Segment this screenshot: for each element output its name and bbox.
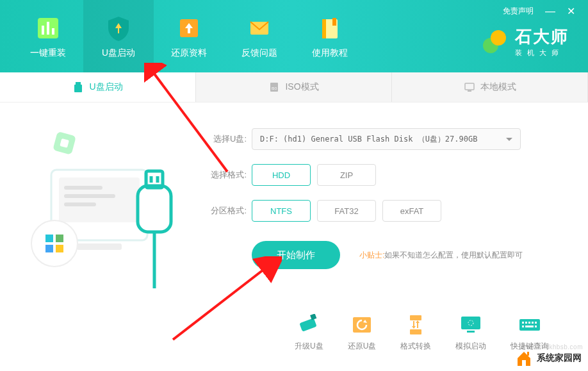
svg-rect-16 <box>468 90 471 92</box>
nav-feedback[interactable]: 反馈问题 <box>224 0 295 72</box>
svg-rect-51 <box>535 326 537 327</box>
svg-rect-12 <box>74 85 82 92</box>
keyboard-icon <box>518 314 542 336</box>
svg-rect-15 <box>465 83 474 90</box>
svg-rect-7 <box>322 19 326 38</box>
brand: 石大师 装机大师 <box>480 26 569 58</box>
tool-label: 模拟启动 <box>455 341 486 352</box>
brand-sub: 装机大师 <box>515 48 569 58</box>
subtab-label: ISO模式 <box>285 81 318 93</box>
usb-drive-icon <box>72 81 84 93</box>
brand-logo-icon <box>480 28 509 56</box>
format-zip[interactable]: ZIP <box>317 164 376 186</box>
svg-rect-38 <box>410 315 421 320</box>
format-hdd[interactable]: HDD <box>252 164 311 186</box>
nav-reinstall[interactable]: 一键重装 <box>13 0 83 72</box>
subtab-label: U盘启动 <box>89 81 122 93</box>
svg-point-10 <box>491 30 506 45</box>
subtab-usb[interactable]: U盘启动 <box>0 72 196 102</box>
watermark-text: 系统家园网 <box>537 352 582 364</box>
nav-label: 反馈问题 <box>241 47 277 59</box>
nav-usb-boot[interactable]: U盘启动 <box>83 0 154 72</box>
tool-label: 格式转换 <box>400 341 431 352</box>
envelope-icon <box>245 14 274 42</box>
usb-upgrade-icon <box>297 314 321 336</box>
shield-usb-icon <box>104 14 133 42</box>
svg-rect-46 <box>528 322 530 324</box>
nav-label: U盘启动 <box>102 47 135 59</box>
nav-label: 一键重装 <box>30 47 66 59</box>
svg-rect-49 <box>522 326 524 327</box>
svg-rect-3 <box>52 28 54 35</box>
svg-rect-48 <box>535 322 537 324</box>
svg-rect-40 <box>461 317 480 329</box>
partition-fat32[interactable]: FAT32 <box>317 200 376 222</box>
tip-body: 如果不知道怎么配置，使用默认配置即可 <box>384 251 523 260</box>
nav-label: 使用教程 <box>312 47 348 59</box>
tip-label: 小贴士: <box>359 251 384 260</box>
svg-rect-45 <box>525 322 527 324</box>
usb-select[interactable]: D:F: (hd1) General USB Flash Disk （U盘）27… <box>252 128 521 150</box>
minimize-button[interactable]: — <box>545 6 555 17</box>
tip-text: 小贴士:如果不知道怎么配置，使用默认配置即可 <box>359 250 523 261</box>
convert-icon <box>404 314 428 336</box>
nav-tutorial[interactable]: 使用教程 <box>295 0 365 72</box>
svg-rect-37 <box>353 317 371 333</box>
disclaimer-link[interactable]: 免责声明 <box>503 6 534 17</box>
svg-rect-44 <box>522 322 524 324</box>
tool-convert[interactable]: 格式转换 <box>400 314 431 352</box>
svg-rect-1 <box>42 26 44 35</box>
svg-rect-47 <box>532 322 534 324</box>
svg-rect-50 <box>525 326 534 327</box>
svg-rect-54 <box>522 360 526 366</box>
svg-rect-55 <box>527 352 529 356</box>
label-format: 选择格式: <box>205 169 247 181</box>
partition-exfat[interactable]: exFAT <box>382 200 441 222</box>
subtab-label: 本地模式 <box>480 81 516 93</box>
partition-ntfs[interactable]: NTFS <box>252 200 311 222</box>
monitor-icon <box>464 81 475 93</box>
nav-label: 还原资料 <box>171 47 207 59</box>
upload-box-icon <box>175 14 203 42</box>
label-select-u: 选择U盘: <box>205 133 247 145</box>
tool-simulate[interactable]: 模拟启动 <box>455 314 486 352</box>
sub-tabs: U盘启动 ISO ISO模式 本地模式 <box>0 72 588 103</box>
brand-name: 石大师 <box>515 26 569 48</box>
house-icon <box>515 349 533 367</box>
start-make-button[interactable]: 开始制作 <box>252 241 340 269</box>
tool-upgrade-usb[interactable]: 升级U盘 <box>295 314 323 352</box>
tool-restore-usb[interactable]: 还原U盘 <box>348 314 377 352</box>
simulate-icon <box>459 314 483 336</box>
iso-file-icon: ISO <box>268 81 280 93</box>
svg-rect-39 <box>410 329 421 334</box>
svg-rect-2 <box>47 22 49 35</box>
label-partition: 分区格式: <box>205 205 247 217</box>
svg-rect-11 <box>76 82 81 85</box>
svg-rect-35 <box>300 318 317 331</box>
restore-icon <box>350 314 374 336</box>
nav-restore[interactable]: 还原资料 <box>154 0 224 72</box>
bar-chart-icon <box>34 14 62 42</box>
bottom-tools: 升级U盘 还原U盘 格式转换 模拟启动 快捷键查询 <box>295 314 549 352</box>
book-icon <box>316 14 344 42</box>
svg-rect-43 <box>519 319 540 331</box>
site-watermark: 系统家园网 <box>515 349 582 367</box>
subtab-iso[interactable]: ISO ISO模式 <box>196 72 392 102</box>
svg-rect-42 <box>467 331 475 333</box>
close-button[interactable]: ✕ <box>567 5 575 17</box>
svg-text:ISO: ISO <box>272 87 277 90</box>
tool-label: 升级U盘 <box>295 341 323 352</box>
subtab-local[interactable]: 本地模式 <box>392 72 588 102</box>
svg-rect-8 <box>332 18 336 26</box>
tool-label: 还原U盘 <box>348 341 377 352</box>
